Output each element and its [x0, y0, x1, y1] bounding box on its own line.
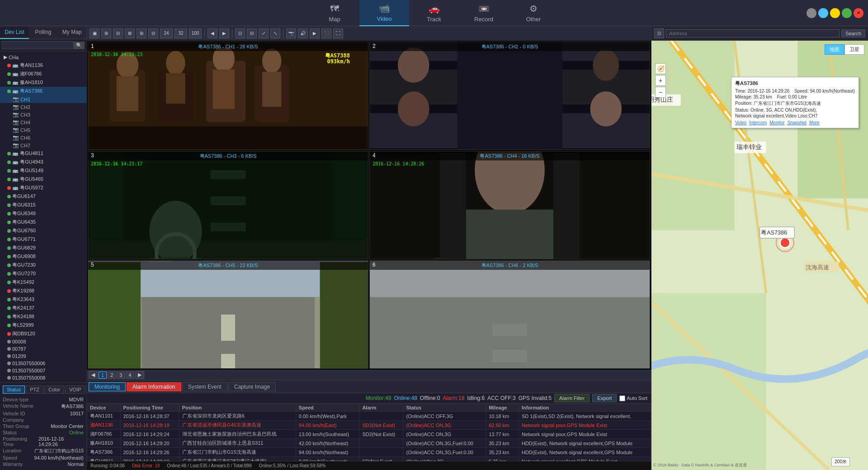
tree-item-F06786[interactable]: 🚌 湘F06786	[0, 70, 86, 78]
video-cell-6[interactable]: 6 粤AS7386 - CH6 - 2 KB/S	[369, 260, 650, 369]
btn-play[interactable]: ▶	[310, 28, 320, 38]
tab-dev-list[interactable]: Dev List	[0, 26, 29, 39]
btn-grid9[interactable]: ⊞	[137, 28, 146, 38]
tree-item-GU6908[interactable]: 粤GU6908	[0, 252, 86, 261]
btn-fit[interactable]: ⤡	[270, 28, 280, 38]
table-row[interactable]: 粤GU48112016-12-16 14:29:18广东省湛江市廉江市S287(…	[87, 457, 651, 461]
page-2[interactable]: 2	[108, 371, 116, 379]
tree-item-GU6760[interactable]: 粤GU6760	[0, 226, 86, 235]
table-row[interactable]: 湘F067862016-12-16 14:29:24湖北省恩施土家族苗族自治州巴…	[87, 430, 651, 439]
ch-item-CH7[interactable]: 📷 CH7	[0, 141, 86, 149]
btn-stretch[interactable]: ⤢	[259, 28, 269, 38]
btn-next[interactable]: ▶	[219, 28, 229, 38]
ch-item-CH6[interactable]: 📷 CH6	[0, 134, 86, 141]
page-next[interactable]: ▶	[135, 371, 144, 379]
btn-fullscreen[interactable]: ⛶	[333, 28, 343, 38]
btn-32[interactable]: 32	[175, 28, 187, 38]
nav-record[interactable]: 📼 Record	[459, 0, 509, 26]
tree-item-013507550007[interactable]: 013507550007	[0, 367, 86, 374]
nav-other[interactable]: ⚙ Other	[509, 0, 558, 26]
link-more[interactable]: More	[809, 120, 820, 125]
tree-item-GU6147[interactable]: 粤GU6147	[0, 192, 86, 201]
map-search-btn[interactable]: Search	[841, 29, 865, 38]
btn-100[interactable]: 100	[189, 28, 202, 38]
tree-group-monitor[interactable]: ▶ CHa	[0, 53, 86, 61]
table-row[interactable]: 粤AN11012016-12-16 14:28:37广东省深圳市龙岗区爱克路60…	[87, 412, 651, 421]
auto-sort-checkbox[interactable]	[619, 395, 625, 401]
tree-item-00787[interactable]: 00787	[0, 345, 86, 352]
export-btn[interactable]: Export	[592, 394, 617, 402]
alarm-filter-btn[interactable]: Alarm Filter	[554, 394, 590, 402]
video-cell-2[interactable]: 2 粤AS7386 - CH2 - 0 KB/S	[369, 42, 650, 150]
btn-gray[interactable]	[807, 8, 816, 18]
video-cell-5[interactable]: 5 粤AS7386 - CH5 - 23 KB/S	[88, 260, 368, 369]
tree-item-GU6829[interactable]: 粤GU6829	[0, 244, 86, 252]
map-area[interactable]: 明秀山庄 瑞丰锌业 高速 沈海高速 粤AS7386 地图 卫星	[651, 41, 868, 470]
info-tab-ptz[interactable]: PTZ	[26, 385, 43, 394]
ch-item-CH5[interactable]: 📷 CH5	[0, 126, 86, 134]
info-tab-status[interactable]: Status	[3, 385, 25, 394]
btn-grid6[interactable]: ⊟	[113, 28, 123, 38]
page-prev[interactable]: ◀	[89, 371, 98, 379]
tree-item-013507550006[interactable]: 013507550006	[0, 360, 86, 367]
tree-item-01209[interactable]: 01209	[0, 352, 86, 360]
ch-item-CH2[interactable]: 📷 CH2	[0, 103, 86, 111]
map-address-input[interactable]	[666, 29, 840, 38]
btn-24[interactable]: 24	[160, 28, 173, 38]
tree-item-K15492[interactable]: 粤K15492	[0, 278, 86, 287]
link-snapshot[interactable]: Snapshot	[788, 120, 807, 125]
tree-item-DB9120[interactable]: 闽DB9120	[0, 329, 86, 338]
tree-item-AS7386[interactable]: 🚌 粤AS7386	[0, 87, 86, 95]
info-tab-voip[interactable]: VOIP	[65, 385, 85, 394]
info-tab-color[interactable]: Color	[44, 385, 64, 394]
tree-item-GU7270[interactable]: 粤GU7270	[0, 269, 86, 278]
tree-item-GU7230[interactable]: 粤GU7230	[0, 261, 86, 269]
tree-item-GU6435[interactable]: 粤GU6435	[0, 218, 86, 226]
tree-item-013507550008[interactable]: 013507550008	[0, 374, 86, 381]
btn-layout1[interactable]: ⊡	[235, 28, 245, 38]
tree-item-AH1810[interactable]: 🚌 豫AH1810	[0, 78, 86, 87]
tree-item-GU6315[interactable]: 粤GU6315	[0, 201, 86, 209]
btn-yellow[interactable]	[830, 8, 840, 18]
btn-stop[interactable]: ⬛	[321, 28, 331, 38]
tree-item-K24137[interactable]: 粤K24137	[0, 304, 86, 312]
btn-layout2[interactable]: ⊟	[247, 28, 257, 38]
page-3[interactable]: 3	[117, 371, 125, 379]
btn-grid8[interactable]: ⊠	[125, 28, 135, 38]
tree-item-K23643[interactable]: 粤K23643	[0, 295, 86, 304]
nav-video[interactable]: 📹 Video	[359, 0, 409, 26]
nav-map[interactable]: 🗺 Map	[310, 0, 359, 26]
video-cell-4[interactable]: 4 粤AS7386 - CH4 - 16 KB/S 2016-12-16 14:…	[369, 151, 650, 259]
map-zoom-in[interactable]: +	[655, 75, 666, 86]
page-1[interactable]: 1	[99, 371, 107, 379]
map-zoom-compass[interactable]: 🧭	[655, 63, 666, 74]
tab-polling[interactable]: Polling	[29, 26, 58, 39]
table-row[interactable]: 粤AS73862016-12-16 14:29:26广东省江门市鹤山市G15沈海…	[87, 448, 651, 457]
tree-item-GU6349[interactable]: 粤GU6349	[0, 209, 86, 218]
tab-capture[interactable]: Capture Image	[228, 382, 276, 391]
btn-grid4[interactable]: ⊞	[101, 28, 111, 38]
tree-item-AN1136[interactable]: 🚌 粤AN1136	[0, 61, 86, 70]
link-monitor[interactable]: Monitor	[769, 120, 784, 125]
link-video[interactable]: Video	[735, 120, 746, 125]
map-toggle-btn[interactable]: ⊡	[654, 28, 664, 38]
tree-item-GU5972[interactable]: 🚌 粤GU5972	[0, 183, 86, 192]
tab-alarm[interactable]: Alarm Information	[127, 382, 181, 391]
device-search-btn[interactable]: 🔍	[74, 42, 85, 49]
btn-snapshot[interactable]: 📷	[286, 28, 296, 38]
page-4[interactable]: 4	[126, 371, 134, 379]
link-intercom[interactable]: Intercom	[749, 120, 767, 125]
tree-item-GU5465[interactable]: 🚌 粤GU5465	[0, 175, 86, 183]
ch-item-CH1[interactable]: 📷 CH1	[0, 95, 86, 103]
btn-close[interactable]: ✕	[854, 8, 863, 18]
tab-system[interactable]: System Event	[182, 382, 227, 391]
ch-item-CH3[interactable]: 📷 CH3	[0, 111, 86, 118]
map-type-map[interactable]: 地图	[825, 44, 844, 55]
btn-green[interactable]	[842, 8, 852, 18]
btn-grid16[interactable]: ⊟	[148, 28, 158, 38]
tree-item-GU4811[interactable]: 🚌 粤GU4811	[0, 149, 86, 158]
table-row[interactable]: 豫AH18102016-12-16 14:29:20广西甘桂自治区防城港市上思县…	[87, 439, 651, 448]
tree-item-00008[interactable]: 00008	[0, 338, 86, 345]
tab-monitoring[interactable]: Monitoring	[89, 382, 126, 391]
map-zoom-out[interactable]: −	[655, 87, 666, 98]
